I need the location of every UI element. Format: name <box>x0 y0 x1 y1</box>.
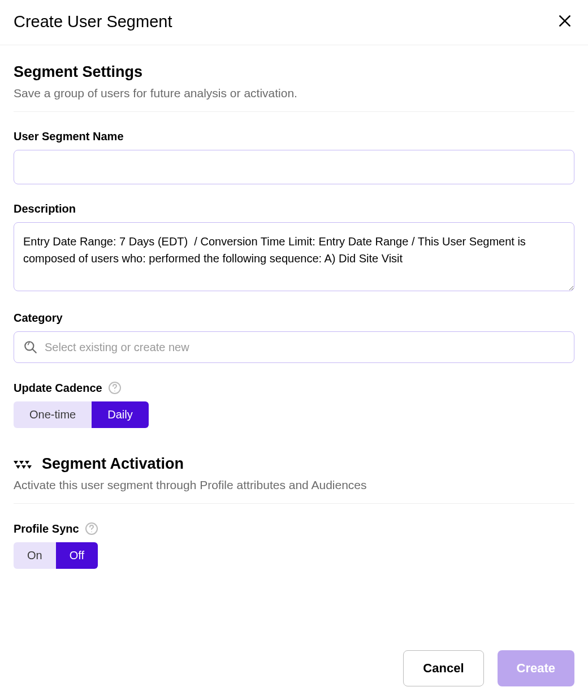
profile-sync-toggle: On Off <box>14 542 98 569</box>
svg-line-3 <box>32 349 36 353</box>
svg-point-6 <box>114 391 115 392</box>
create-button[interactable]: Create <box>498 650 574 686</box>
segment-name-field: User Segment Name <box>14 130 574 184</box>
profile-sync-label: Profile Sync <box>14 522 79 535</box>
svg-marker-8 <box>19 461 24 464</box>
help-icon[interactable] <box>85 522 98 535</box>
cancel-button[interactable]: Cancel <box>403 650 483 686</box>
activation-icon <box>14 457 34 471</box>
svg-marker-11 <box>21 465 26 469</box>
help-icon[interactable] <box>108 381 122 395</box>
profile-sync-label-row: Profile Sync <box>14 522 574 535</box>
category-label: Category <box>14 312 574 325</box>
cadence-field: Update Cadence One-time Daily <box>14 381 574 428</box>
activation-title: Segment Activation <box>42 455 184 473</box>
description-field: Description <box>14 202 574 293</box>
settings-subtitle: Save a group of users for future analysi… <box>14 87 574 100</box>
profile-sync-off[interactable]: Off <box>56 542 98 569</box>
description-input[interactable] <box>14 222 574 291</box>
divider <box>14 503 574 504</box>
cadence-label-row: Update Cadence <box>14 381 574 395</box>
category-select[interactable]: Select existing or create new <box>14 331 574 363</box>
divider <box>14 111 574 112</box>
activation-header: Segment Activation <box>14 455 574 473</box>
activation-subtitle: Activate this user segment through Profi… <box>14 478 574 492</box>
category-placeholder: Select existing or create new <box>45 341 189 354</box>
svg-marker-7 <box>14 461 18 464</box>
modal-title: Create User Segment <box>14 12 172 31</box>
modal-body: Segment Settings Save a group of users f… <box>0 45 588 650</box>
close-button[interactable] <box>555 11 574 32</box>
create-segment-modal: Create User Segment Segment Settings Sav… <box>0 0 588 700</box>
svg-marker-10 <box>16 465 20 469</box>
profile-sync-field: Profile Sync On Off <box>14 522 574 569</box>
cadence-toggle: One-time Daily <box>14 401 149 428</box>
close-icon <box>557 14 572 30</box>
profile-sync-on[interactable]: On <box>14 542 56 569</box>
svg-point-14 <box>91 532 92 533</box>
cadence-label: Update Cadence <box>14 382 102 395</box>
svg-marker-12 <box>27 465 32 469</box>
segment-name-label: User Segment Name <box>14 130 574 143</box>
category-field: Category Select existing or create new <box>14 312 574 363</box>
search-icon <box>23 340 38 355</box>
modal-footer: Cancel Create <box>0 650 588 700</box>
cadence-one-time[interactable]: One-time <box>14 401 92 428</box>
segment-name-input[interactable] <box>14 150 574 184</box>
settings-title: Segment Settings <box>14 63 574 81</box>
modal-header: Create User Segment <box>0 0 588 45</box>
description-label: Description <box>14 202 574 215</box>
svg-marker-9 <box>25 461 29 464</box>
cadence-daily[interactable]: Daily <box>92 401 148 428</box>
svg-line-4 <box>28 342 29 344</box>
